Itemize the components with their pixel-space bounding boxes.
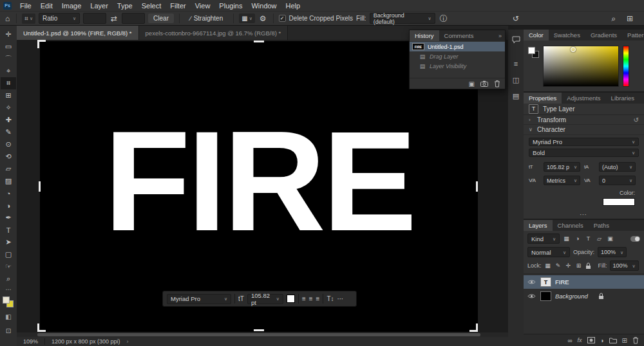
leading-select[interactable]: (Auto) ∨ bbox=[599, 162, 636, 172]
collapse-panel-icon[interactable]: » bbox=[495, 33, 505, 39]
collapsed-panel-icon[interactable]: ▤ bbox=[510, 91, 522, 101]
screen-mode-icon[interactable]: ⊡ bbox=[1, 325, 16, 337]
align-left-icon[interactable]: ≡ bbox=[302, 296, 306, 302]
healing-brush-tool[interactable]: ✚ bbox=[1, 114, 16, 126]
filter-adjustment-icon[interactable]: ◑ bbox=[573, 235, 582, 242]
zoom-level[interactable]: 109% bbox=[21, 338, 45, 345]
new-group-icon[interactable] bbox=[609, 337, 617, 343]
crop-width-input[interactable] bbox=[83, 13, 106, 24]
eraser-tool[interactable]: ▱ bbox=[1, 163, 16, 175]
delete-state-icon[interactable] bbox=[494, 80, 500, 87]
panel-tab[interactable]: Gradients bbox=[585, 30, 622, 41]
collapsed-panel-icon[interactable]: ◫ bbox=[510, 75, 522, 85]
panel-tab[interactable]: Comments bbox=[439, 30, 479, 41]
menu-item[interactable]: Select bbox=[137, 1, 166, 10]
crop-tool[interactable]: ⌗ bbox=[1, 77, 16, 89]
filter-pixel-icon[interactable]: ▦ bbox=[562, 235, 571, 242]
more-options-icon[interactable]: ⋯ bbox=[524, 210, 644, 219]
panel-tab[interactable]: Adjustments bbox=[562, 93, 605, 104]
filter-type-icon[interactable]: T bbox=[584, 235, 592, 242]
move-tool[interactable]: ✛ bbox=[1, 28, 16, 41]
delete-cropped-pixels-checkbox[interactable]: ✓ bbox=[279, 15, 286, 22]
transform-reset-icon[interactable]: ↺ bbox=[634, 116, 639, 123]
lasso-tool[interactable]: ⌒ bbox=[1, 53, 16, 65]
eyedropper-tool[interactable]: ✧ bbox=[1, 102, 16, 114]
collapsed-panel-icon[interactable]: ≡ bbox=[510, 59, 522, 69]
color-picker-cursor[interactable] bbox=[571, 47, 576, 52]
object-selection-tool[interactable]: ⌖ bbox=[1, 65, 16, 77]
snapshot-camera-icon[interactable] bbox=[480, 80, 488, 87]
menu-item[interactable]: Filter bbox=[166, 1, 190, 10]
layer-mask-icon[interactable] bbox=[587, 337, 595, 343]
new-layer-icon[interactable]: ⊞ bbox=[622, 337, 627, 344]
dodge-tool[interactable]: ◑ bbox=[1, 199, 16, 212]
layer-thumbnail[interactable]: T bbox=[540, 277, 551, 287]
layer-effects-icon[interactable]: fx bbox=[578, 337, 582, 343]
filter-smart-object-icon[interactable]: ▣ bbox=[606, 235, 614, 242]
menu-item[interactable]: Image bbox=[57, 1, 86, 10]
align-right-icon[interactable]: ≡ bbox=[316, 296, 320, 302]
scrollbar-thumb[interactable] bbox=[37, 333, 480, 336]
crop-hand1e-bottom-left[interactable] bbox=[37, 323, 46, 332]
menu-item[interactable]: View bbox=[191, 1, 215, 10]
fill-select[interactable]: Background (default) ∨ bbox=[370, 13, 435, 24]
horizontal-scrollbar[interactable] bbox=[17, 332, 508, 337]
path-selection-tool[interactable]: ➤ bbox=[1, 236, 16, 248]
align-center-icon[interactable]: ≡ bbox=[309, 296, 313, 302]
fill-select[interactable]: 100% ∨ bbox=[610, 260, 639, 271]
menu-item[interactable]: Help bbox=[281, 1, 305, 10]
link-layers-icon[interactable]: ∞ bbox=[567, 337, 572, 344]
swap-dimensions-icon[interactable]: ⇄ bbox=[109, 15, 118, 23]
panel-tab[interactable]: Color bbox=[524, 30, 549, 41]
text-color-swatch[interactable] bbox=[287, 295, 295, 303]
panel-tab[interactable]: Paths bbox=[589, 220, 614, 231]
font-family-select[interactable]: Myriad Pro ∨ bbox=[167, 294, 231, 304]
hand-tool[interactable]: ☞ bbox=[1, 260, 16, 273]
panel-tab[interactable]: History bbox=[410, 30, 439, 41]
text-orientation-icon[interactable]: T↕ bbox=[327, 296, 334, 302]
home-icon[interactable]: ⌂ bbox=[4, 15, 11, 23]
tool-preset-picker[interactable]: ⌗ ∨ bbox=[22, 14, 35, 24]
menu-item[interactable]: Edit bbox=[36, 1, 57, 10]
search-icon[interactable]: ⌕ bbox=[610, 15, 617, 23]
crop-handle-top-left[interactable] bbox=[37, 40, 46, 48]
crop-height-input[interactable] bbox=[122, 13, 145, 24]
clear-button[interactable]: Clear bbox=[148, 14, 174, 23]
history-state[interactable]: FIRE Untitled-1.psd bbox=[410, 42, 505, 51]
blur-tool[interactable]: ◔ bbox=[1, 187, 16, 199]
crop-handle-bottom-right[interactable] bbox=[469, 323, 478, 332]
menu-item[interactable]: File bbox=[15, 1, 36, 10]
filter-toggle[interactable] bbox=[630, 236, 640, 242]
panel-tab[interactable]: Channels bbox=[553, 220, 589, 231]
new-document-from-state-icon[interactable]: ▣ bbox=[469, 80, 475, 87]
text-color-swatch[interactable] bbox=[603, 198, 635, 206]
clone-stamp-tool[interactable]: ⊙ bbox=[1, 138, 16, 150]
filter-kind-select[interactable]: Kind ∨ bbox=[527, 233, 560, 244]
pen-tool[interactable]: ✒ bbox=[1, 212, 16, 224]
frame-tool[interactable]: ⊞ bbox=[1, 89, 16, 102]
tracking-select[interactable]: 0 ∨ bbox=[599, 176, 636, 185]
layer-row[interactable]: T FIRE bbox=[524, 275, 644, 289]
panel-tab[interactable]: Properties bbox=[524, 93, 562, 104]
history-brush-tool[interactable]: ⟲ bbox=[1, 150, 16, 163]
hue-slider[interactable] bbox=[623, 46, 629, 87]
saturation-brightness-field[interactable] bbox=[543, 46, 619, 87]
font-size-select[interactable]: 105.82 pt ∨ bbox=[247, 294, 283, 304]
font-size-select[interactable]: 105.82 p ∨ bbox=[544, 162, 580, 172]
straighten-button[interactable]: ∕ Straighten bbox=[185, 14, 228, 23]
character-section[interactable]: ∨ Character bbox=[524, 125, 644, 134]
blend-mode-select[interactable]: Normal ∨ bbox=[527, 247, 570, 257]
adjustment-layer-icon[interactable]: ◑ bbox=[600, 337, 604, 344]
document-tab[interactable]: pexels-cottonbro-9667114.jpg @ 16.7% (RG… bbox=[139, 26, 289, 40]
history-state[interactable]: Layer Visibility bbox=[410, 61, 505, 71]
menu-item[interactable]: Plugins bbox=[214, 1, 247, 10]
document-tab[interactable]: Untitled-1.psd @ 109% (FIRE, RGB/8) * bbox=[17, 26, 139, 40]
filter-shape-icon[interactable]: ▱ bbox=[595, 235, 603, 242]
layer-name[interactable]: FIRE bbox=[555, 278, 569, 286]
layer-name[interactable]: Background bbox=[555, 293, 588, 300]
history-state[interactable]: Drag Layer bbox=[410, 51, 505, 61]
character-font-select[interactable]: Myriad Pro ∨ bbox=[529, 138, 639, 146]
crop-handle-bottom[interactable] bbox=[254, 329, 264, 331]
visibility-eye-icon[interactable] bbox=[526, 293, 536, 299]
foreground-color-swatch[interactable] bbox=[3, 296, 10, 304]
